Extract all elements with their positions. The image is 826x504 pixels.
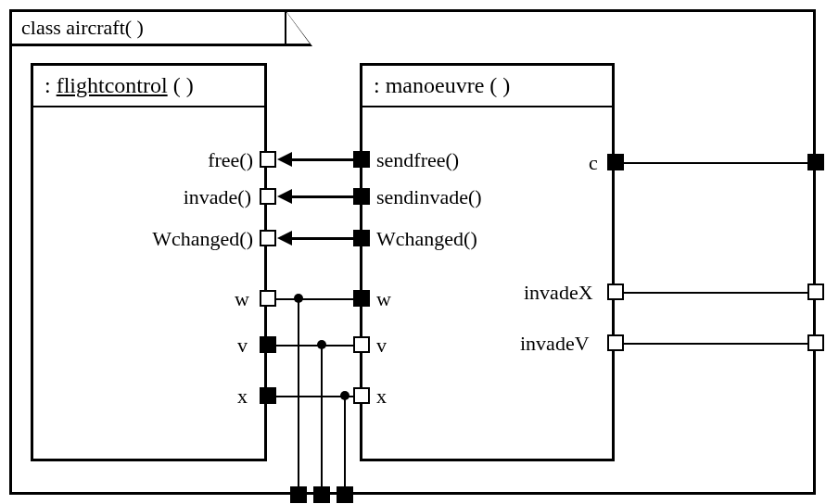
class-aircraft-box: class aircraft( ) : flightcontrol ( ) : … [9, 9, 816, 495]
port-c-mn [607, 154, 624, 170]
label-wchanged-mn: Wchanged() [376, 227, 477, 251]
label-invadev-mn: invadeV [520, 332, 590, 356]
label-invadex-mn: invadeX [524, 281, 593, 305]
class-title-tab: class aircraft( ) [9, 9, 287, 46]
flightcontrol-header: : flightcontrol ( ) [33, 66, 264, 107]
port-v-mn [353, 336, 370, 353]
port-c-outer [807, 154, 824, 170]
port-w-mn [353, 290, 370, 307]
port-x-fc [260, 387, 276, 404]
port-wchanged-fc [260, 230, 276, 246]
port-x-mn [353, 387, 370, 404]
conn-c [624, 162, 807, 164]
label-wchanged-fc: Wchanged() [123, 227, 253, 251]
flightcontrol-box: : flightcontrol ( ) [31, 63, 267, 461]
manoeuvre-header: : manoeuvre ( ) [362, 66, 612, 107]
class-title: class aircraft( ) [21, 16, 144, 39]
conn-invadev [624, 343, 807, 345]
arrow-invade-head [277, 189, 292, 204]
tab-corner [285, 9, 312, 46]
label-v-fc: v [237, 334, 248, 358]
port-v-fc [260, 336, 276, 353]
label-w-mn: w [376, 287, 391, 311]
label-sendfree: sendfree() [376, 148, 459, 172]
label-v-mn: v [376, 334, 387, 358]
label-invade: invade() [163, 185, 251, 209]
arrow-free-head [277, 152, 292, 167]
manoeuvre-box: : manoeuvre ( ) [360, 63, 615, 461]
port-invadex-mn [607, 284, 624, 300]
port-free [260, 151, 276, 168]
flightcontrol-header-text: : flightcontrol ( ) [44, 73, 194, 97]
label-free: free() [193, 148, 253, 172]
port-sendinvade [353, 188, 370, 205]
conn-v-h [276, 345, 353, 346]
label-c-mn: c [589, 151, 598, 175]
port-invadex-outer [807, 284, 824, 300]
label-w-fc: w [235, 287, 249, 311]
port-sendfree [353, 151, 370, 168]
manoeuvre-header-text: : manoeuvre ( ) [374, 73, 510, 97]
port-invade [260, 188, 276, 205]
label-x-fc: x [237, 384, 248, 409]
label-x-mn: x [376, 384, 387, 409]
port-wchanged-mn [353, 230, 370, 246]
port-invadev-outer [807, 334, 824, 351]
conn-invadex [624, 292, 807, 294]
conn-w-h [276, 298, 353, 300]
port-w-fc [260, 290, 276, 307]
conn-x-v [344, 397, 346, 491]
label-sendinvade: sendinvade() [376, 185, 482, 209]
arrow-wchanged-head [277, 231, 292, 246]
conn-v-v [321, 346, 323, 491]
port-invadev-mn [607, 334, 624, 351]
